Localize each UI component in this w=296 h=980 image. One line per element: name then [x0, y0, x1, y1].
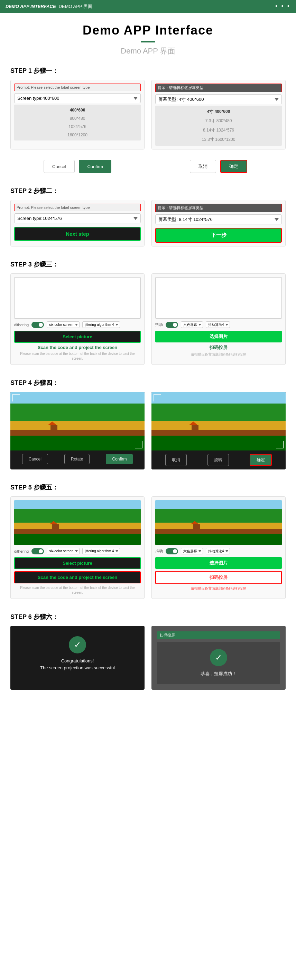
step1-confirm-button[interactable]: Confirm — [79, 160, 111, 173]
step1-zh-options: 4寸 400*600 7.3寸 800*480 8.14寸 1024*576 1… — [155, 106, 282, 146]
step2-zh-panel: 提示：请选择标签屏幕类型 屏幕类型: 8.14寸 1024*576 下一步 — [152, 200, 286, 247]
step3-dithering-label: dithering — [14, 323, 29, 327]
step3-columns: dithering six-color screen jittering alg… — [10, 274, 286, 365]
step4-zh-image — [152, 392, 286, 450]
step2-next-button[interactable]: Next step — [14, 227, 141, 241]
step5-select-picture-button[interactable]: Select picture — [14, 557, 141, 569]
step3-zh-scan-subtext: 请扫描设备背面底部的条码进行投屏 — [155, 352, 282, 357]
step4-rotate-button[interactable]: Rotate — [64, 454, 90, 464]
step3-select-picture-button[interactable]: Select picture — [14, 331, 141, 343]
step1-en-options: 400*600 800*480 1024*576 1600*1200 — [14, 105, 141, 140]
step1-cancel-zh-button[interactable]: 取消 — [190, 160, 216, 173]
step6-en-success-text: Congratulations!The screen projection wa… — [17, 658, 138, 671]
step3-en-controls: dithering six-color screen jittering alg… — [14, 321, 141, 328]
step5-columns: dithering six-color screen jittering alg… — [10, 496, 286, 599]
step5-zh-controls: 抖动 六色屏幕 抖动算法4 — [155, 548, 282, 554]
step4-en-panel: Cancel Rotate Confirm — [10, 392, 144, 469]
step2-zh-dropdown[interactable]: 屏幕类型: 8.14寸 1024*576 — [155, 214, 282, 224]
step3-zh-algo-select[interactable]: 抖动算法4 — [206, 321, 230, 328]
step1-buttons-row: Cancel Confirm 取消 确定 — [10, 154, 286, 173]
step5-zh-select-picture-button[interactable]: 选择图片 — [155, 557, 282, 569]
step2-columns: Prompt: Please select the lobel screen t… — [10, 200, 286, 247]
step2-en-panel: Prompt: Please select the lobel screen t… — [10, 200, 144, 247]
step6-columns: ✓ Congratulations!The screen projection … — [10, 626, 286, 690]
step6-zh-success-text: 恭喜，投屏成功！ — [164, 670, 273, 677]
step1-cancel-button[interactable]: Cancel — [43, 160, 75, 173]
step3-en-algo-select[interactable]: jittering algorithm 4 — [82, 321, 120, 328]
step5-en-toggle[interactable] — [32, 548, 44, 554]
step3-section: STEP 3 步骤三： dithering six-color screen j… — [0, 253, 296, 372]
step1-zh-option-2[interactable]: 7.3寸 800*480 — [155, 116, 282, 126]
header-menu-dots[interactable]: • • • — [275, 3, 290, 10]
step3-en-color-select[interactable]: six-color screen — [47, 321, 80, 328]
step1-zh-panel: 提示：请选择标签屏幕类型 屏幕类型: 4寸 400*600 屏幕类型: 7.3寸… — [152, 80, 286, 150]
step3-zh-controls: 抖动 六色屏幕 抖动算法4 — [155, 321, 282, 328]
step5-en-controls: dithering six-color screen jittering alg… — [14, 548, 141, 554]
step4-en-landscape — [10, 392, 144, 450]
step1-en-option-3[interactable]: 1024*576 — [14, 123, 141, 131]
step4-zh-roof — [189, 422, 197, 425]
step1-section: STEP 1 步骤一： Prompt: Please select the lo… — [0, 60, 296, 180]
step5-zh-dithering-label: 抖动 — [155, 549, 163, 554]
step6-zh-checkmark: ✓ — [215, 653, 222, 662]
step6-label: STEP 6 步骤六： — [10, 613, 286, 621]
step1-en-panel: Prompt: Please select the lobel screen t… — [10, 80, 144, 150]
app-header: DEMO APP INTERFACE DEMO APP 界面 • • • — [0, 0, 296, 13]
step1-en-option-4[interactable]: 1600*1200 — [14, 131, 141, 139]
step4-zh-buttons: 取消 旋转 确定 — [152, 450, 286, 469]
step4-en-buttons: Cancel Rotate Confirm — [10, 450, 144, 468]
step5-scan-button[interactable]: Scan the code and project the screen — [14, 571, 141, 583]
step4-cancel-button[interactable]: Cancel — [22, 454, 48, 464]
step4-section: STEP 4 步骤四： Cancel Rotate Confirm — [0, 372, 296, 476]
step5-zh-color-select[interactable]: 六色屏幕 — [181, 548, 203, 554]
step4-confirm-button[interactable]: Confirm — [106, 454, 133, 464]
step1-confirm-zh-button[interactable]: 确定 — [220, 160, 247, 173]
step1-en-buttons: Cancel Confirm — [10, 160, 144, 173]
step6-section: STEP 6 步骤六： ✓ Congratulations!The screen… — [0, 606, 296, 697]
step1-zh-option-1[interactable]: 4寸 400*600 — [155, 107, 282, 116]
step2-label: STEP 2 步骤二： — [10, 187, 286, 195]
step1-columns: Prompt: Please select the lobel screen t… — [10, 80, 286, 150]
title-divider — [141, 41, 155, 43]
step1-zh-dropdown[interactable]: 屏幕类型: 4寸 400*600 屏幕类型: 7.3寸 800*480 屏幕类型… — [155, 94, 282, 104]
step5-zh-toggle[interactable] — [166, 548, 178, 554]
page-title-zh: Demo APP 界面 — [7, 46, 289, 56]
step1-zh-option-4[interactable]: 13.3寸 1600*1200 — [155, 135, 282, 144]
step5-zh-image — [155, 500, 282, 545]
header-title-group: DEMO APP INTERFACE DEMO APP 界面 — [6, 3, 92, 10]
step3-zh-toggle[interactable] — [166, 322, 178, 328]
step1-zh-prompt: 提示：请选择标签屏幕类型 — [155, 84, 282, 92]
step4-label: STEP 4 步骤四： — [10, 379, 286, 387]
step3-zh-preview — [155, 277, 282, 318]
step4-en-roof — [48, 422, 56, 425]
step5-en-algo-select[interactable]: jittering algorithm 4 — [82, 548, 120, 554]
step3-zh-color-select[interactable]: 六色屏幕 — [181, 321, 203, 328]
step5-zh-algo-select[interactable]: 抖动算法4 — [206, 548, 230, 554]
step4-zh-cancel-button[interactable]: 取消 — [165, 454, 187, 466]
step5-en-landscape — [14, 500, 141, 545]
step1-en-option-2[interactable]: 800*480 — [14, 114, 141, 123]
step3-zh-dithering-label: 抖动 — [155, 322, 163, 327]
step6-en-success-circle: ✓ — [69, 636, 86, 654]
step5-en-image — [14, 500, 141, 545]
step1-en-option-1[interactable]: 400*600 — [14, 106, 141, 114]
step3-en-panel: dithering six-color screen jittering alg… — [10, 274, 144, 365]
step3-en-toggle[interactable] — [32, 322, 44, 328]
step6-zh-header: 扫码投屏 — [157, 632, 280, 639]
step4-zh-house — [192, 425, 198, 430]
step2-section: STEP 2 步骤二： Prompt: Please select the lo… — [0, 180, 296, 253]
step2-zh-next-button[interactable]: 下一步 — [155, 228, 282, 243]
step5-en-house — [52, 524, 59, 530]
step4-zh-rotate-button[interactable]: 旋转 — [208, 454, 229, 466]
step1-zh-option-3[interactable]: 8.14寸 1024*576 — [155, 126, 282, 135]
step5-scan-subtext: Please scan the barcode at the bottom of… — [14, 585, 141, 595]
step3-zh-select-picture-button[interactable]: 选择图片 — [155, 331, 282, 342]
step5-zh-landscape — [155, 500, 282, 545]
step5-en-color-select[interactable]: six-color screen — [47, 548, 80, 554]
step2-en-dropdown[interactable]: Screen type:1024*576 — [14, 213, 141, 223]
step5-zh-scan-button[interactable]: 扫码投屏 — [155, 571, 282, 584]
step6-zh-panel: 扫码投屏 ✓ 恭喜，投屏成功！ — [152, 626, 286, 690]
step1-en-dropdown[interactable]: Screen type:400*600 Screen type:800*480 … — [14, 93, 141, 103]
step4-zh-confirm-button[interactable]: 确定 — [250, 454, 272, 466]
step6-en-checkmark: ✓ — [74, 640, 81, 650]
